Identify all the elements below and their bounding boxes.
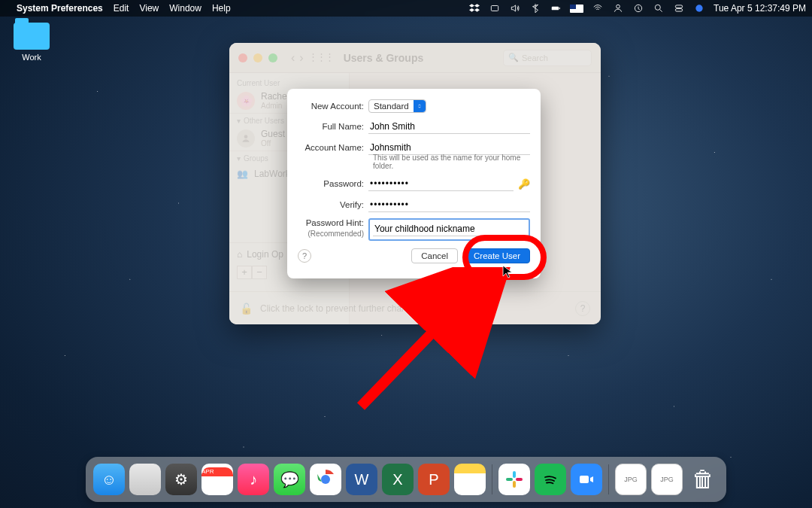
lock-text: Click the lock to prevent further change…	[260, 303, 423, 314]
avatar: 🌸	[237, 92, 255, 110]
svg-point-9	[244, 135, 248, 139]
siri-icon[interactable]	[693, 2, 705, 14]
password-input[interactable]	[368, 176, 514, 191]
grid-icon[interactable]: ⋮⋮⋮	[308, 51, 333, 65]
calendar-day: 5	[213, 476, 221, 491]
minimize-button[interactable]	[253, 53, 262, 62]
account-name-input[interactable]	[368, 140, 530, 155]
home-icon: ⌂	[237, 249, 242, 260]
svg-rect-7	[675, 9, 682, 11]
hint-input[interactable]	[373, 221, 526, 236]
clock[interactable]: Tue Apr 5 12:37:49 PM	[714, 3, 806, 14]
add-user-button[interactable]: +	[237, 266, 252, 279]
verify-input[interactable]	[368, 197, 530, 212]
full-name-input[interactable]	[368, 119, 530, 134]
account-name-label: Account Name:	[298, 143, 368, 152]
timemachine-icon[interactable]	[632, 2, 644, 14]
desktop-folder-work[interactable]: Work	[9, 23, 54, 62]
hint-input-wrapper	[368, 218, 530, 241]
dock-app-finder[interactable]: ☺	[93, 464, 125, 495]
control-center-icon[interactable]	[673, 2, 685, 14]
dock-app-messages[interactable]: 💬	[274, 464, 305, 495]
help-button[interactable]: ?	[575, 301, 590, 316]
select-arrow-icon	[414, 100, 426, 112]
bluetooth-icon[interactable]	[529, 2, 541, 14]
back-button[interactable]: ‹	[291, 51, 295, 65]
svg-rect-15	[513, 481, 516, 488]
zoom-button[interactable]	[268, 53, 277, 62]
dock-app-powerpoint[interactable]: P	[418, 464, 450, 495]
cancel-button[interactable]: Cancel	[411, 248, 458, 263]
folder-label: Work	[9, 53, 54, 62]
svg-rect-2	[559, 8, 560, 9]
dock-app-excel[interactable]: X	[382, 464, 414, 495]
svg-rect-18	[580, 476, 589, 483]
search-icon: 🔍	[508, 53, 519, 62]
dock-app-zoom[interactable]	[571, 464, 602, 495]
dock-file-2[interactable]: JPG	[651, 464, 683, 495]
sidebar-section-current: Current User	[229, 73, 349, 89]
svg-rect-1	[552, 7, 559, 11]
new-account-label: New Account:	[298, 102, 368, 111]
search-field[interactable]: 🔍 Search	[503, 50, 592, 66]
close-button[interactable]	[238, 53, 247, 62]
menu-view[interactable]: View	[139, 3, 159, 14]
svg-rect-14	[506, 478, 513, 481]
remove-user-button[interactable]: −	[252, 266, 267, 279]
lock-bar: 🔓 Click the lock to prevent further chan…	[229, 291, 601, 324]
sheet-help-button[interactable]: ?	[298, 249, 311, 263]
dock-app-chrome[interactable]	[310, 464, 341, 495]
group-name: LabWork	[254, 169, 290, 179]
wifi-icon[interactable]	[592, 2, 604, 14]
lock-icon[interactable]: 🔓	[240, 303, 253, 315]
dock-app-launchpad[interactable]	[129, 464, 161, 495]
svg-rect-0	[491, 6, 498, 11]
create-user-sheet: New Account: Standard Full Name: Account…	[287, 89, 541, 278]
dock-app-notes[interactable]	[454, 464, 486, 495]
spotlight-icon[interactable]	[653, 2, 665, 14]
forward-button[interactable]: ›	[299, 51, 303, 65]
user-icon[interactable]	[612, 2, 624, 14]
window-title: Users & Groups	[344, 52, 424, 64]
dock-app-calendar[interactable]: APR 5	[201, 464, 233, 495]
guest-icon	[237, 129, 255, 148]
dock-app-slack[interactable]	[498, 464, 530, 495]
dock-file-1[interactable]: JPG	[615, 464, 647, 495]
svg-point-12	[321, 475, 330, 484]
new-account-select[interactable]: Standard	[368, 99, 426, 113]
menu-window[interactable]: Window	[169, 3, 201, 14]
account-name-note: This will be used as the name for your h…	[373, 154, 530, 170]
volume-icon[interactable]	[509, 2, 521, 14]
search-placeholder: Search	[522, 53, 548, 62]
new-account-value: Standard	[369, 102, 414, 111]
svg-rect-6	[675, 5, 682, 8]
verify-label: Verify:	[298, 200, 368, 209]
svg-point-5	[655, 5, 660, 10]
menubar: System Preferences Edit View Window Help…	[0, 0, 812, 17]
folder-icon	[14, 23, 50, 50]
nav-buttons: ‹ › ⋮⋮⋮	[291, 51, 333, 65]
password-key-icon[interactable]: 🔑	[518, 178, 530, 190]
battery-widget-icon[interactable]	[489, 2, 501, 14]
window-titlebar: ‹ › ⋮⋮⋮ Users & Groups 🔍 Search	[229, 43, 601, 73]
hint-label: Password Hint:(Recommended)	[298, 218, 368, 239]
dock-trash[interactable]: 🗑	[687, 464, 719, 495]
dropbox-icon[interactable]	[468, 2, 480, 14]
full-name-label: Full Name:	[298, 122, 368, 131]
svg-point-3	[617, 5, 620, 8]
menu-help[interactable]: Help	[212, 3, 231, 14]
input-source-flag-icon[interactable]	[570, 5, 583, 13]
svg-rect-13	[513, 471, 516, 478]
menu-edit[interactable]: Edit	[114, 3, 129, 14]
group-icon: 👥	[237, 169, 248, 179]
dock-app-settings[interactable]: ⚙	[165, 464, 197, 495]
svg-rect-16	[516, 478, 523, 481]
create-user-button[interactable]: Create User	[464, 248, 530, 263]
app-menu[interactable]: System Preferences	[17, 3, 103, 14]
dock-app-spotify[interactable]	[535, 464, 566, 495]
dock-app-word[interactable]: W	[346, 464, 377, 495]
dock-app-music[interactable]: ♪	[238, 464, 269, 495]
dock: ☺ ⚙ APR 5 ♪ 💬 W X P JPG JPG 🗑	[86, 457, 726, 502]
battery-icon[interactable]	[550, 2, 562, 14]
dock-separator	[608, 464, 609, 494]
